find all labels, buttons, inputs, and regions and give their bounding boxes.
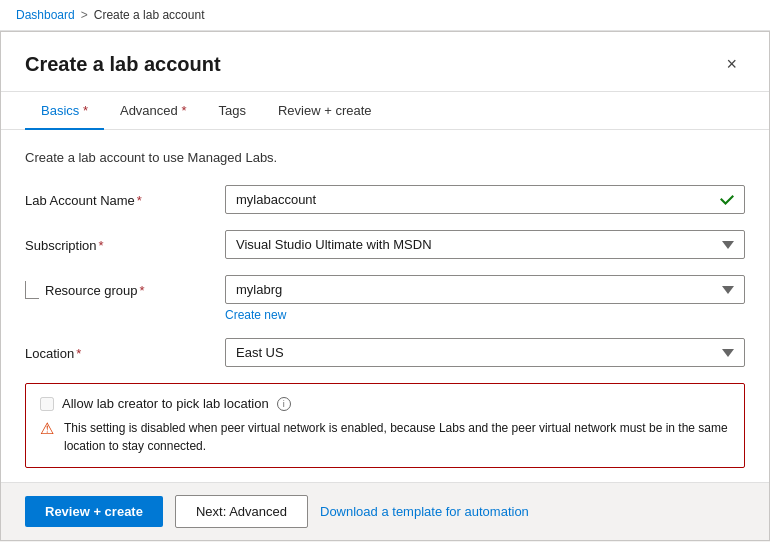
subscription-control: Visual Studio Ultimate with MSDN	[225, 230, 745, 259]
allow-lab-creator-label: Allow lab creator to pick lab location i	[40, 396, 291, 411]
breadcrumb-home[interactable]: Dashboard	[16, 8, 75, 22]
resource-group-control: mylabrg Create new	[225, 275, 745, 322]
download-template-link[interactable]: Download a template for automation	[320, 504, 529, 519]
modal-body: Create a lab account to use Managed Labs…	[1, 130, 769, 482]
warning-triangle-icon: ⚠	[40, 419, 54, 438]
section-description: Create a lab account to use Managed Labs…	[25, 150, 745, 165]
location-control: East US	[225, 338, 745, 367]
tab-basics[interactable]: Basics	[25, 93, 104, 130]
location-select[interactable]: East US	[225, 338, 745, 367]
breadcrumb: Dashboard > Create a lab account	[0, 0, 770, 31]
warning-box: Allow lab creator to pick lab location i…	[25, 383, 745, 468]
create-new-link[interactable]: Create new	[225, 308, 286, 322]
tab-advanced[interactable]: Advanced	[104, 93, 203, 130]
info-icon: i	[277, 397, 291, 411]
warning-text: This setting is disabled when peer virtu…	[64, 419, 730, 455]
indent-decoration	[25, 281, 39, 299]
resource-group-label: Resource group*	[25, 275, 225, 299]
warning-header: Allow lab creator to pick lab location i	[40, 396, 730, 411]
modal: Create a lab account × Basics Advanced T…	[0, 31, 770, 541]
resource-group-row: Resource group* mylabrg Create new	[25, 275, 745, 322]
location-row: Location* East US	[25, 338, 745, 367]
breadcrumb-current: Create a lab account	[94, 8, 205, 22]
tab-tags[interactable]: Tags	[202, 93, 261, 130]
subscription-label: Subscription*	[25, 230, 225, 253]
location-label: Location*	[25, 338, 225, 361]
allow-lab-creator-checkbox[interactable]	[40, 397, 54, 411]
modal-footer: Review + create Next: Advanced Download …	[1, 482, 769, 540]
next-advanced-button[interactable]: Next: Advanced	[175, 495, 308, 528]
modal-header: Create a lab account ×	[1, 32, 769, 92]
tabs-bar: Basics Advanced Tags Review + create	[1, 92, 769, 130]
modal-title: Create a lab account	[25, 53, 221, 76]
lab-account-name-row: Lab Account Name* mylabaccount	[25, 185, 745, 214]
subscription-select[interactable]: Visual Studio Ultimate with MSDN	[225, 230, 745, 259]
warning-body: ⚠ This setting is disabled when peer vir…	[40, 419, 730, 455]
tab-review-create[interactable]: Review + create	[262, 93, 388, 130]
breadcrumb-separator: >	[81, 8, 88, 22]
close-button[interactable]: ×	[718, 50, 745, 79]
lab-account-name-control: mylabaccount	[225, 185, 745, 214]
lab-account-name-label: Lab Account Name*	[25, 185, 225, 208]
subscription-row: Subscription* Visual Studio Ultimate wit…	[25, 230, 745, 259]
resource-group-select[interactable]: mylabrg	[225, 275, 745, 304]
lab-account-name-select[interactable]: mylabaccount	[225, 185, 745, 214]
review-create-button[interactable]: Review + create	[25, 496, 163, 527]
